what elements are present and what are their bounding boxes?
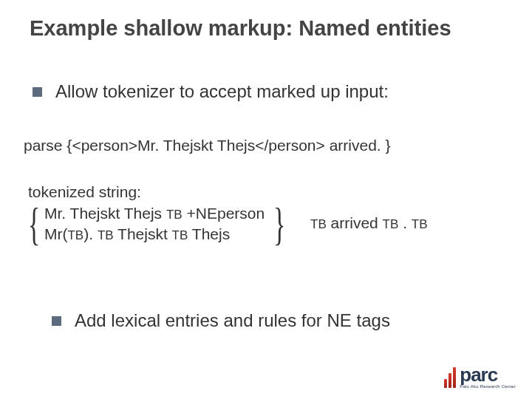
right-brace-icon: } bbox=[273, 201, 281, 247]
tokenized-line-1: Mr. Thejskt Thejs TB +NEperson bbox=[44, 203, 265, 224]
parc-logo: parc Palo Alto Research Center bbox=[444, 365, 516, 389]
after-b: . bbox=[398, 214, 412, 231]
tok2-b: ). bbox=[83, 225, 98, 242]
tokenized-line-2: Mr(TB). TB Thejskt TB Thejs bbox=[44, 224, 265, 245]
left-brace-icon: { bbox=[28, 201, 35, 247]
tok2-a: Mr( bbox=[44, 225, 67, 242]
tokenized-lines: Mr. Thejskt Thejs TB +NEperson Mr(TB). T… bbox=[41, 203, 267, 245]
slide: Example shallow markup: Named entities A… bbox=[0, 0, 532, 399]
logo-text: parc Palo Alto Research Center bbox=[460, 365, 516, 389]
tokenized-label: tokenized string: bbox=[28, 183, 141, 201]
tok-tb: TB bbox=[172, 228, 188, 242]
bullet-text-2: Add lexical entries and rules for NE tag… bbox=[75, 310, 390, 331]
logo-bars-icon bbox=[444, 366, 457, 388]
bullet-text-1: Allow tokenizer to accept marked up inpu… bbox=[55, 81, 389, 102]
tok1-a: Mr. Thejskt Thejs bbox=[44, 205, 166, 222]
logo-main-text: parc bbox=[460, 365, 516, 384]
bullet-marker-icon bbox=[52, 316, 61, 326]
parse-command-line: parse {<person>Mr. Thejskt Thejs</person… bbox=[24, 137, 510, 154]
tok-tb: TB bbox=[412, 217, 428, 231]
tok2-c: Thejskt bbox=[114, 225, 172, 242]
tok-tb: TB bbox=[98, 228, 114, 242]
tok-tb: TB bbox=[67, 228, 83, 242]
slide-title: Example shallow markup: Named entities bbox=[30, 16, 510, 41]
bullet-item-1: Allow tokenizer to accept marked up inpu… bbox=[33, 81, 502, 102]
tok-tb: TB bbox=[310, 217, 327, 231]
tok-tb: TB bbox=[383, 217, 399, 231]
bullet-item-2: Add lexical entries and rules for NE tag… bbox=[52, 310, 502, 331]
logo-sub-text: Palo Alto Research Center bbox=[460, 384, 516, 389]
tokenized-after-brace: TB arrived TB . TB bbox=[310, 214, 428, 232]
tok-tb: TB bbox=[166, 208, 183, 222]
after-a: arrived bbox=[327, 214, 383, 231]
tok1-b: +NEperson bbox=[183, 205, 265, 222]
tok2-d: Thejs bbox=[188, 225, 230, 242]
bullet-marker-icon bbox=[33, 87, 42, 97]
tokenized-brace-group: { Mr. Thejskt Thejs TB +NEperson Mr(TB).… bbox=[28, 201, 281, 247]
